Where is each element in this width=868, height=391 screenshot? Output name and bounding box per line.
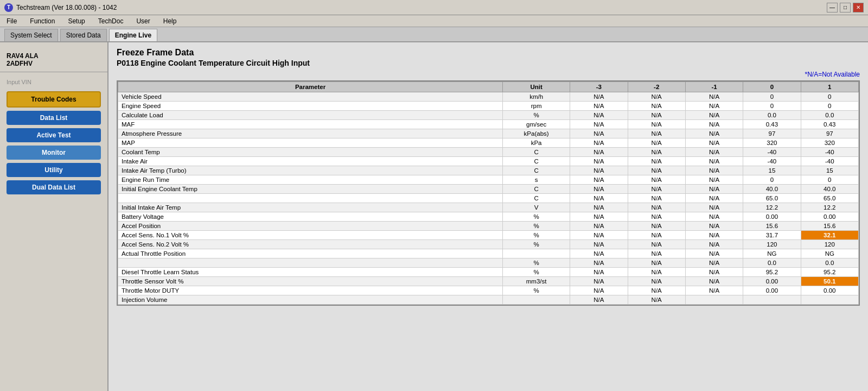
data-cell: NG	[801, 249, 858, 258]
param-name-cell: Diesel Throttle Learn Status	[118, 268, 503, 277]
data-cell: N/A	[685, 249, 743, 258]
param-name-cell	[118, 194, 503, 203]
data-cell: N/A	[685, 120, 743, 129]
data-cell: N/A	[628, 92, 685, 102]
data-cell: N/A	[628, 157, 685, 166]
param-name-cell: Engine Run Time	[118, 175, 503, 185]
data-cell: -40	[743, 148, 801, 157]
data-cell	[743, 295, 801, 305]
data-cell: 15	[743, 166, 801, 175]
data-cell: %	[503, 222, 570, 231]
table-row: Atmosphere PressurekPa(abs)N/AN/AN/A9797	[118, 129, 859, 138]
table-row: Diesel Throttle Learn Status%N/AN/AN/A95…	[118, 268, 859, 277]
data-cell: 0.43	[801, 120, 858, 129]
data-cell: N/A	[628, 268, 685, 277]
freeze-frame-title: Freeze Frame Data	[117, 48, 860, 58]
table-row: CN/AN/AN/A65.065.0	[118, 194, 859, 203]
data-cell: N/A	[570, 295, 628, 305]
data-cell: km/h	[503, 92, 570, 102]
menu-function[interactable]: Function	[28, 16, 57, 26]
data-cell: NG	[743, 249, 801, 258]
data-cell: N/A	[570, 240, 628, 249]
data-cell: C	[503, 157, 570, 166]
na-note: *N/A=Not Available	[117, 71, 860, 78]
table-row: Initial Intake Air TempVN/AN/AN/A12.212.…	[118, 203, 859, 212]
data-cell: N/A	[628, 240, 685, 249]
table-row: Intake Air Temp (Turbo)CN/AN/AN/A1515	[118, 166, 859, 175]
data-cell: N/A	[628, 138, 685, 148]
table-row: Accel Position%N/AN/AN/A15.615.6	[118, 222, 859, 231]
menu-techdoc[interactable]: TechDoc	[96, 16, 126, 26]
data-cell: N/A	[628, 194, 685, 203]
data-cell: 0	[801, 102, 858, 111]
data-cell: N/A	[628, 129, 685, 138]
param-name-cell: Battery Voltage	[118, 212, 503, 222]
data-cell: N/A	[570, 222, 628, 231]
header-unit: Unit	[503, 82, 570, 92]
data-cell: C	[503, 185, 570, 194]
menu-user[interactable]: User	[134, 16, 152, 26]
data-cell: N/A	[628, 166, 685, 175]
menu-bar: File Function Setup TechDoc User Help	[0, 15, 868, 27]
data-cell: 0	[743, 175, 801, 185]
tab-system-select[interactable]: System Select	[4, 29, 58, 41]
freeze-frame-table: Parameter Unit -3 -2 -1 0 1 Vehicle Spee…	[118, 81, 859, 305]
table-row: %N/AN/AN/A0.00.0	[118, 258, 859, 268]
minimize-button[interactable]: —	[827, 3, 838, 12]
maximize-button[interactable]: □	[840, 3, 851, 12]
data-cell: 0.0	[743, 111, 801, 120]
data-cell: %	[503, 286, 570, 295]
data-cell: 0.00	[743, 212, 801, 222]
param-name-cell	[118, 258, 503, 268]
data-cell: s	[503, 175, 570, 185]
close-button[interactable]: ✕	[853, 3, 864, 12]
data-table-container[interactable]: Parameter Unit -3 -2 -1 0 1 Vehicle Spee…	[117, 80, 860, 306]
data-cell: mm3/st	[503, 277, 570, 286]
data-cell: N/A	[628, 258, 685, 268]
data-cell: N/A	[570, 185, 628, 194]
header-col-1p: 1	[801, 82, 858, 92]
data-cell: 15.6	[743, 222, 801, 231]
data-cell: N/A	[570, 194, 628, 203]
data-cell: %	[503, 231, 570, 240]
param-name-cell: Initial Engine Coolant Temp	[118, 185, 503, 194]
data-cell: 40.0	[801, 185, 858, 194]
data-cell: N/A	[628, 175, 685, 185]
table-row: Throttle Motor DUTY%N/AN/AN/A0.000.00	[118, 286, 859, 295]
dual-data-list-button[interactable]: Dual Data List	[7, 180, 101, 194]
tab-engine-live[interactable]: Engine Live	[109, 29, 157, 41]
data-cell	[685, 295, 743, 305]
data-cell: N/A	[685, 148, 743, 157]
data-cell: N/A	[570, 231, 628, 240]
monitor-button[interactable]: Monitor	[7, 146, 101, 160]
utility-button[interactable]: Utility	[7, 163, 101, 177]
menu-setup[interactable]: Setup	[66, 16, 87, 26]
data-cell: N/A	[570, 249, 628, 258]
data-cell: N/A	[570, 138, 628, 148]
data-cell: 95.2	[801, 268, 858, 277]
data-cell: 120	[801, 240, 858, 249]
data-cell: 0.00	[743, 277, 801, 286]
menu-help[interactable]: Help	[161, 16, 179, 26]
active-test-button[interactable]: Active Test	[7, 128, 101, 142]
data-cell: N/A	[570, 212, 628, 222]
data-cell: N/A	[628, 203, 685, 212]
param-name-cell: Accel Sens. No.2 Volt %	[118, 240, 503, 249]
data-cell: N/A	[628, 277, 685, 286]
data-cell: N/A	[570, 157, 628, 166]
tab-stored-data[interactable]: Stored Data	[60, 29, 107, 41]
data-cell: N/A	[570, 203, 628, 212]
param-name-cell: Injection Volume	[118, 295, 503, 305]
data-cell	[801, 295, 858, 305]
data-cell: N/A	[685, 175, 743, 185]
vehicle-variant: 2ADFHV	[7, 60, 101, 67]
menu-file[interactable]: File	[4, 16, 19, 26]
table-row: Throttle Sensor Volt %mm3/stN/AN/AN/A0.0…	[118, 277, 859, 286]
trouble-codes-button[interactable]: Trouble Codes	[7, 91, 101, 108]
data-cell: N/A	[570, 148, 628, 157]
param-name-cell: Throttle Motor DUTY	[118, 286, 503, 295]
data-list-button[interactable]: Data List	[7, 111, 101, 125]
data-cell: N/A	[570, 120, 628, 129]
table-row: Calculate Load%N/AN/AN/A0.00.0	[118, 111, 859, 120]
data-cell: N/A	[570, 92, 628, 102]
